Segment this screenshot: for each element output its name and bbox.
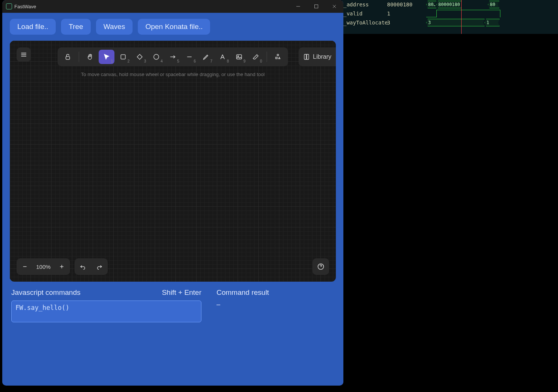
text-tool[interactable]: 8	[215, 50, 230, 64]
svg-rect-7	[66, 56, 70, 59]
rectangle-tool[interactable]: 2	[115, 50, 131, 64]
eraser-tool[interactable]: 0	[248, 50, 264, 64]
load-file-button[interactable]: Load file..	[10, 19, 56, 35]
svg-rect-1	[315, 5, 318, 8]
wave-segment: 80000180	[436, 1, 461, 8]
maximize-button[interactable]	[307, 0, 325, 13]
image-tool[interactable]: 9	[231, 50, 247, 64]
history-controls	[75, 258, 108, 275]
titlebar[interactable]: FastWave	[2, 0, 343, 13]
signal-value: 3	[387, 20, 426, 26]
svg-point-9	[154, 54, 159, 59]
arrow-tool[interactable]: 5	[165, 50, 181, 64]
svg-rect-12	[236, 55, 241, 59]
undo-button[interactable]	[75, 258, 91, 275]
signal-row-allocate: _wayToAllocate 3 3 1	[342, 18, 558, 27]
wave-segment: 1	[485, 19, 500, 26]
waveform-panel: _address 80000180 80… 80000180 80 _valid…	[342, 0, 558, 34]
signal-value: 1	[387, 11, 426, 17]
tree-button[interactable]: Tree	[61, 19, 90, 35]
pencil-tool[interactable]: 7	[198, 50, 214, 64]
signal-name: _wayToAllocate	[342, 20, 387, 26]
more-shapes-tool[interactable]	[270, 50, 286, 64]
command-result-label: Command result	[216, 288, 269, 297]
js-command-input[interactable]	[11, 300, 201, 322]
signal-track[interactable]: 80… 80000180 80	[426, 0, 558, 9]
circle-tool[interactable]: 4	[148, 50, 164, 64]
line-tool[interactable]: 6	[181, 50, 197, 64]
toolbar-divider	[267, 52, 267, 62]
zoom-out-button[interactable]	[17, 258, 33, 275]
signal-track[interactable]: 3 1	[426, 18, 558, 27]
select-tool[interactable]: 1	[99, 50, 114, 64]
drawing-canvas[interactable]: 1 2 3 4 5 6 7 8 9 0 Library To move canv…	[10, 41, 336, 282]
signal-name: _address	[342, 2, 387, 8]
toolbar-divider	[79, 52, 79, 62]
hand-tool[interactable]	[82, 50, 98, 64]
wave-segment: 3	[426, 19, 485, 26]
zoom-in-button[interactable]	[53, 258, 70, 275]
window-title: FastWave	[14, 4, 36, 9]
diamond-tool[interactable]: 3	[132, 50, 148, 64]
signal-track[interactable]	[426, 9, 558, 18]
svg-rect-8	[121, 55, 125, 59]
canvas-hint: To move canvas, hold mouse wheel or spac…	[10, 72, 336, 77]
app-window: FastWave Load file.. Tree Waves Open Kon…	[2, 0, 343, 386]
redo-button[interactable]	[91, 258, 108, 275]
wave-segment: 80	[488, 1, 499, 8]
js-commands-label: Javascript commands	[11, 288, 81, 297]
js-shortcut-hint: Shift + Enter	[162, 288, 201, 297]
help-button[interactable]	[313, 258, 329, 275]
lock-tool[interactable]	[60, 50, 76, 64]
svg-rect-15	[276, 57, 277, 59]
library-label: Library	[313, 53, 331, 60]
signal-row-address: _address 80000180 80… 80000180 80	[342, 0, 558, 9]
hamburger-menu-button[interactable]	[17, 47, 31, 62]
library-button[interactable]: Library	[299, 47, 336, 66]
signal-value: 80000180	[387, 2, 426, 8]
command-result-value: –	[216, 300, 334, 308]
close-button[interactable]	[325, 0, 343, 13]
top-button-row: Load file.. Tree Waves Open Konata file.…	[2, 13, 343, 41]
time-cursor[interactable]	[461, 0, 462, 34]
svg-point-14	[277, 54, 279, 56]
open-konata-button[interactable]: Open Konata file..	[138, 19, 210, 35]
zoom-controls: 100%	[17, 258, 70, 275]
zoom-level[interactable]: 100%	[33, 264, 53, 270]
waves-button[interactable]: Waves	[96, 19, 133, 35]
io-section: Javascript commands Shift + Enter Comman…	[2, 282, 343, 325]
minimize-button[interactable]	[289, 0, 307, 13]
signal-name: _valid	[342, 11, 387, 17]
drawing-toolbar: 1 2 3 4 5 6 7 8 9 0	[58, 47, 288, 66]
signal-row-valid: _valid 1	[342, 9, 558, 18]
wave-segment: 80…	[426, 1, 436, 8]
app-icon	[6, 3, 12, 9]
